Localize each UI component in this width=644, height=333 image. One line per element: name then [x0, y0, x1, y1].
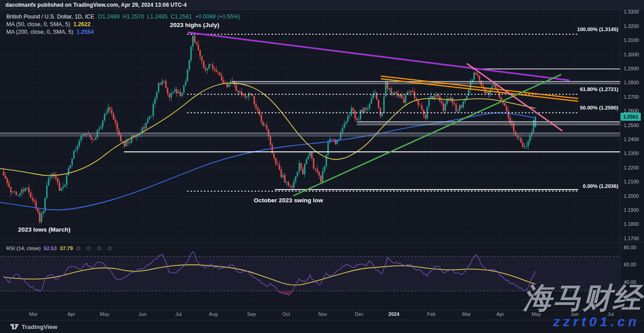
price-axis-label: 1.3000 — [624, 52, 639, 57]
fib-level-label: 61.80% (1.2721) — [580, 87, 618, 92]
annotation-oct-swing-low: October 2023 swing low — [254, 197, 323, 204]
time-axis-label: Jul — [175, 311, 182, 317]
descending-trendline-purple[interactable] — [188, 32, 569, 80]
zone-1-2440[interactable] — [0, 133, 620, 136]
annotation-2023-highs: 2023 highs (July) — [170, 22, 219, 28]
ohlc-low: L1.2485 — [147, 14, 167, 20]
price-axis-label: 1.1800 — [624, 221, 639, 227]
time-axis-label: Mar — [462, 311, 471, 317]
price-change: +0.0069 (+0.55%) — [195, 14, 240, 20]
price-axis-label: 1.2500 — [624, 123, 639, 128]
time-axis-label: Apr — [496, 311, 504, 317]
rsi-axis-label: 20.00 — [624, 297, 636, 302]
time-axis-label: Dec — [355, 311, 364, 317]
symbol-row[interactable]: British Pound / U.S. Dollar, 1D, ICE O1.… — [6, 13, 240, 20]
price-axis-label: 1.2800 — [624, 80, 639, 85]
time-axis-label: Mar — [29, 311, 38, 317]
rsi-band — [0, 256, 620, 291]
ma200-label: MA (200, close, 0, SMA, 5) — [6, 29, 73, 35]
rsi-axis-label: 40.00 — [624, 279, 636, 285]
price-axis-label: 1.2100 — [624, 179, 639, 184]
rsi-value: 52.53 — [44, 246, 57, 251]
rsi-ma-value: 37.79 — [60, 246, 73, 251]
time-axis-label: 2024 — [388, 311, 399, 317]
ohlc-high: H1.2570 — [123, 14, 144, 20]
fib-level-label: 100.00% (1.3145) — [577, 27, 618, 32]
rsi-pane[interactable] — [0, 252, 620, 296]
rsi-empty-slots: ∅ ∅ ∅ ∅ — [76, 245, 114, 251]
time-axis-label: May — [100, 311, 110, 317]
ohlc-open: O1.2489 — [98, 14, 119, 20]
ma200-line — [0, 113, 535, 210]
price-axis-label: 1.2400 — [624, 137, 639, 142]
annotation-2023-lows: 2023 lows (March) — [18, 226, 70, 233]
publish-bar: dacolmanfx published on TradingView.com,… — [0, 0, 644, 10]
fib-level-label: 50.00% (1.2590) — [580, 105, 618, 110]
candlestick-series — [3, 32, 536, 224]
level-1-2500[interactable] — [357, 122, 620, 125]
rsi-label: RSI (14, close) — [6, 246, 41, 251]
fib-level-label: 0.00% (1.2036) — [583, 183, 618, 189]
price-axis-label: 1.1900 — [624, 207, 639, 213]
price-axis-label: 1.3200 — [624, 23, 639, 29]
ma200-value: 1.2554 — [77, 29, 94, 35]
price-axis-label: 1.2300 — [624, 151, 639, 156]
ma50-value: 1.2622 — [73, 21, 91, 27]
tradingview-logo-icon[interactable] — [10, 323, 19, 331]
time-axis-label: Aug — [209, 311, 218, 317]
tradingview-chart-screen: dacolmanfx published on TradingView.com,… — [0, 0, 644, 333]
rsi-axis-label: 80.00 — [624, 245, 636, 250]
price-axis-label: 1.2200 — [624, 165, 639, 170]
symbol-title: British Pound / U.S. Dollar, 1D, ICE — [6, 14, 94, 20]
rsi-legend-row[interactable]: RSI (14, close) 52.53 37.79 ∅ ∅ ∅ ∅ — [6, 245, 117, 251]
time-axis-label: Oct — [282, 311, 290, 317]
time-axis-label: Jun — [571, 311, 579, 317]
current-price-badge: 1.2561 — [621, 113, 641, 121]
time-axis-label: Apr — [67, 311, 75, 317]
chart-canvas[interactable] — [0, 0, 644, 333]
time-axis-label: Jul — [607, 311, 614, 317]
price-axis-label: 1.2700 — [624, 94, 639, 100]
price-axis-label: 1.2900 — [624, 66, 639, 71]
time-axis-label: Sep — [247, 311, 256, 317]
ohlc-close: C1.2561 — [171, 14, 192, 20]
footer-bar: TradingView — [0, 320, 644, 333]
time-axis-label: Jun — [138, 311, 146, 317]
publish-text: dacolmanfx published on TradingView.com,… — [5, 2, 187, 8]
ma50-label: MA (50, close, 0, SMA, 5) — [6, 21, 70, 27]
rsi-axis-label: 60.00 — [624, 262, 636, 267]
tradingview-brand-text: TradingView — [22, 324, 57, 330]
main-pane[interactable] — [0, 32, 620, 224]
time-axis-label: Nov — [318, 311, 327, 317]
price-axis-label: 1.2000 — [624, 193, 639, 199]
ma200-legend-row[interactable]: MA (200, close, 0, SMA, 5) 1.2554 — [6, 28, 240, 36]
time-axis-label: May — [532, 311, 541, 317]
price-axis-label: 1.3100 — [624, 37, 639, 43]
ma50-line — [0, 83, 535, 176]
time-axis-label: Feb — [427, 311, 436, 317]
price-axis-label: 1.1700 — [624, 236, 639, 241]
